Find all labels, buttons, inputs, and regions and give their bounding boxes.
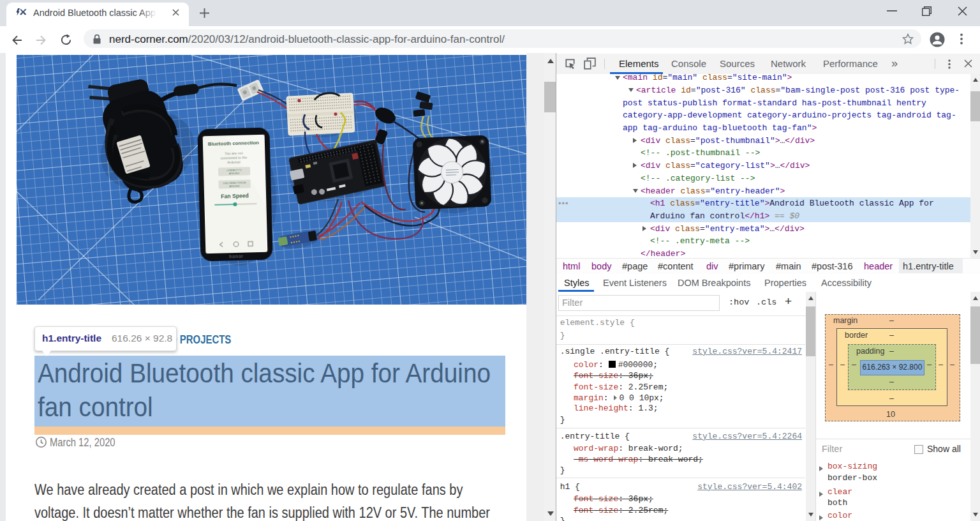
svg-text:Arduino!: Arduino! xyxy=(227,160,241,165)
svg-text:ARDUINO: ARDUINO xyxy=(229,172,240,175)
svg-text:CONNECT TO: CONNECT TO xyxy=(226,169,242,172)
svg-text:Fan Speed: Fan Speed xyxy=(221,192,249,199)
svg-text:connected to the: connected to the xyxy=(221,155,248,160)
svg-text:ARDUINO: ARDUINO xyxy=(229,185,240,188)
svg-text:honor: honor xyxy=(229,254,244,259)
svg-text:You are not: You are not xyxy=(225,151,243,156)
